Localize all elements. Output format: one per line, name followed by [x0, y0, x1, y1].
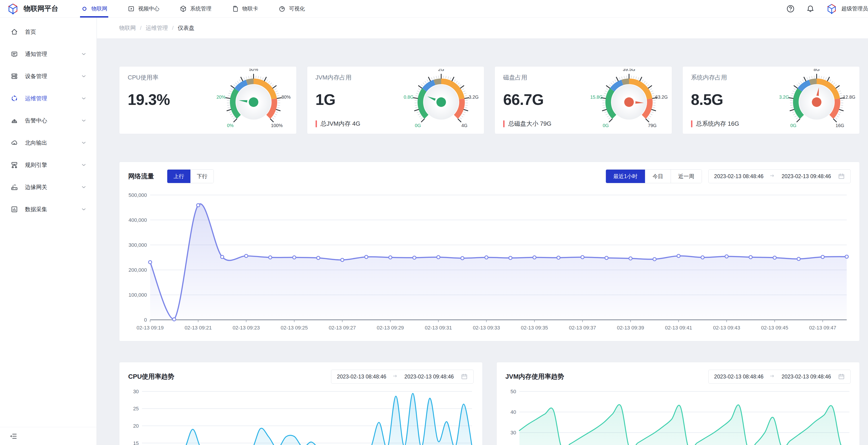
- svg-text:50%: 50%: [249, 69, 258, 72]
- breadcrumb-separator: /: [172, 25, 174, 31]
- time-range-button-group: 最近1小时今日近一周: [606, 169, 702, 183]
- stat-card-note: 总磁盘大小 79G: [503, 120, 551, 128]
- svg-text:3.2G: 3.2G: [779, 95, 789, 100]
- top-nav-tabs: 物联网视频中心系统管理物联卡可视化: [81, 0, 325, 18]
- svg-text:100%: 100%: [271, 123, 283, 128]
- svg-text:4G: 4G: [461, 123, 467, 128]
- date-range-picker[interactable]: 2023-02-13 08:48:46 2023-02-13 09:48:46: [331, 370, 473, 383]
- username[interactable]: 超级管理员: [841, 5, 868, 12]
- system-icon: [180, 5, 187, 12]
- breadcrumb-iot[interactable]: 物联网: [119, 24, 136, 32]
- collapse-sidebar-icon[interactable]: [9, 432, 18, 440]
- svg-text:200,000: 200,000: [128, 267, 147, 273]
- sidebar-item-规则引擎[interactable]: 规则引擎: [0, 154, 96, 176]
- sidebar-item-告警中心[interactable]: 告警中心: [0, 109, 96, 132]
- sidebar-item-设备管理[interactable]: 设备管理: [0, 65, 96, 87]
- svg-text:0%: 0%: [227, 123, 234, 128]
- sidebar-item-数据采集[interactable]: 数据采集: [0, 198, 96, 220]
- svg-text:0G: 0G: [790, 123, 796, 128]
- date-start[interactable]: 2023-02-13 08:48:46: [714, 374, 764, 380]
- updown-toggle-group: 上行下行: [167, 169, 214, 183]
- svg-text:02-13 09:39: 02-13 09:39: [617, 325, 644, 331]
- date-range-picker[interactable]: 2023-02-13 08:48:46 2023-02-13 09:48:46: [708, 370, 851, 383]
- cpu-trend-header: CPU使用率趋势 2023-02-13 08:48:46 2023-02-13 …: [128, 369, 473, 384]
- svg-text:40: 40: [510, 409, 516, 415]
- svg-text:30: 30: [510, 430, 516, 436]
- help-icon[interactable]: [786, 5, 795, 13]
- network-panel-title: 网络流量: [128, 172, 154, 181]
- notice-icon: [11, 50, 18, 58]
- date-range-picker[interactable]: 2023-02-13 08:48:46 2023-02-13 09:48:46: [708, 169, 851, 183]
- breadcrumb-ops[interactable]: 运维管理: [146, 24, 168, 32]
- red-bar-icon: [315, 121, 317, 127]
- red-bar-icon: [691, 121, 692, 127]
- svg-text:0: 0: [144, 317, 147, 323]
- breadcrumb-separator: /: [140, 25, 142, 31]
- nav-tab-可视化[interactable]: 可视化: [279, 0, 305, 18]
- calendar-icon: [838, 373, 845, 380]
- svg-text:02-13 09:37: 02-13 09:37: [569, 325, 596, 331]
- svg-text:02-13 09:23: 02-13 09:23: [233, 325, 260, 331]
- stat-card-JVM内存占用: JVM内存占用1G总JVM内存 4G0G0.8G2G3.2G4G: [307, 66, 485, 134]
- range-button-近一周[interactable]: 近一周: [671, 170, 702, 183]
- date-start[interactable]: 2023-02-13 08:48:46: [714, 173, 764, 179]
- svg-text:400,000: 400,000: [128, 217, 147, 223]
- svg-text:2G: 2G: [438, 69, 444, 72]
- nav-tab-视频中心[interactable]: 视频中心: [128, 0, 159, 18]
- svg-text:300,000: 300,000: [128, 242, 147, 248]
- sidebar-item-首页[interactable]: 首页: [0, 21, 96, 43]
- nav-tab-物联卡[interactable]: 物联卡: [232, 0, 258, 18]
- date-end[interactable]: 2023-02-13 09:48:46: [781, 173, 831, 179]
- north-icon: [11, 139, 18, 146]
- svg-text:02-13 09:19: 02-13 09:19: [136, 325, 163, 331]
- svg-text:02-13 09:31: 02-13 09:31: [425, 325, 452, 331]
- gauge-chart: 0G3.2G8G12.8G16G: [777, 69, 856, 131]
- chevron-down-icon: [81, 140, 87, 146]
- chevron-down-icon: [81, 95, 87, 101]
- svg-text:8G: 8G: [814, 69, 820, 72]
- data-icon: [11, 206, 18, 213]
- calendar-icon: [838, 173, 845, 180]
- toggle-上行[interactable]: 上行: [167, 170, 190, 183]
- nav-tab-物联网[interactable]: 物联网: [81, 0, 107, 18]
- stat-cards-row: CPU使用率19.3%0%20%50%80%100%JVM内存占用1G总JVM内…: [119, 66, 860, 134]
- bell-icon[interactable]: [806, 5, 814, 13]
- nav-tab-系统管理[interactable]: 系统管理: [180, 0, 212, 18]
- chevron-down-icon: [81, 73, 87, 79]
- range-button-最近1小时[interactable]: 最近1小时: [606, 170, 645, 183]
- cpu-trend-card: CPU使用率趋势 2023-02-13 08:48:46 2023-02-13 …: [119, 362, 483, 445]
- network-traffic-chart: 500,000400,000300,000200,000100,000002-1…: [128, 187, 851, 339]
- range-button-今日[interactable]: 今日: [645, 170, 671, 183]
- svg-text:0.8G: 0.8G: [404, 95, 414, 100]
- sim-icon: [232, 5, 239, 12]
- breadcrumb: 物联网 / 运维管理 / 仪表盘: [97, 18, 868, 38]
- ops-icon: [11, 95, 18, 102]
- chevron-down-icon: [81, 162, 87, 168]
- red-bar-icon: [503, 121, 504, 127]
- gauge-chart: 0%20%50%80%100%: [214, 69, 293, 131]
- calendar-icon: [461, 373, 468, 380]
- svg-text:80%: 80%: [281, 95, 290, 100]
- sidebar-item-北向输出[interactable]: 北向输出: [0, 132, 96, 154]
- date-start[interactable]: 2023-02-13 08:48:46: [337, 374, 386, 380]
- svg-text:02-13 09:45: 02-13 09:45: [761, 325, 788, 331]
- breadcrumb-dashboard: 仪表盘: [178, 24, 194, 32]
- jvm-trend-header: JVM内存使用率趋势 2023-02-13 08:48:46 2023-02-1…: [505, 369, 851, 384]
- trend-cards-row: CPU使用率趋势 2023-02-13 08:48:46 2023-02-13 …: [119, 362, 860, 445]
- svg-text:12.8G: 12.8G: [843, 95, 856, 100]
- stat-card-系统内存占用: 系统内存占用8.5G总系统内存 16G0G3.2G8G12.8G16G: [682, 66, 860, 134]
- sidebar-footer: [0, 427, 96, 445]
- avatar[interactable]: [826, 3, 837, 14]
- video-icon: [128, 5, 135, 12]
- sidebar-item-运维管理[interactable]: 运维管理: [0, 87, 96, 109]
- svg-text:500,000: 500,000: [128, 192, 147, 198]
- jvm-trend-chart: 50403020: [505, 387, 851, 445]
- toggle-下行[interactable]: 下行: [190, 170, 214, 183]
- svg-text:15.8G: 15.8G: [590, 95, 603, 100]
- date-end[interactable]: 2023-02-13 09:48:46: [404, 374, 454, 380]
- app-title: 物联网平台: [24, 4, 58, 13]
- svg-text:02-13 09:21: 02-13 09:21: [185, 325, 212, 331]
- date-end[interactable]: 2023-02-13 09:48:46: [781, 374, 831, 380]
- sidebar-item-边缘网关[interactable]: 边缘网关: [0, 176, 96, 198]
- sidebar-item-通知管理[interactable]: 通知管理: [0, 43, 96, 65]
